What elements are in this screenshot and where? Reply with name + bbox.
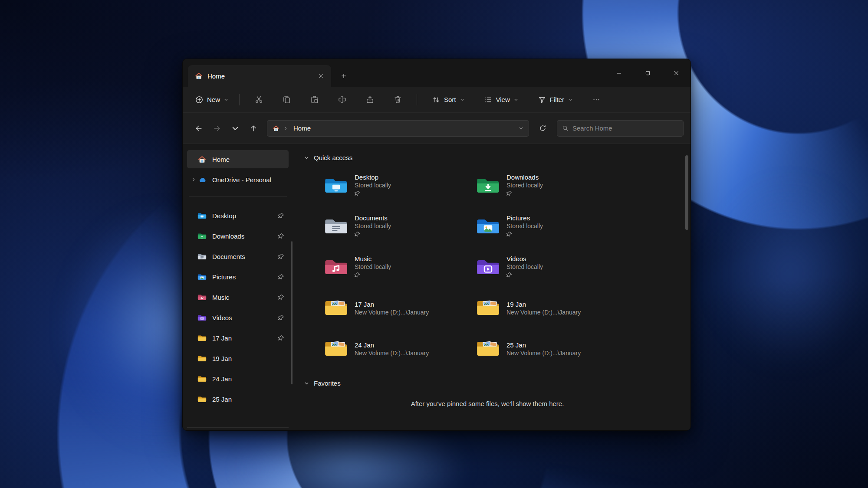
tab-title: Home (207, 72, 311, 80)
titlebar-drag-area (351, 59, 605, 87)
tile-downloads[interactable]: DownloadsStored locally (472, 168, 618, 203)
folder-music-icon (324, 257, 348, 277)
tile-name: Pictures (506, 214, 543, 222)
chevron-placeholder (190, 315, 197, 320)
sort-icon (432, 96, 440, 104)
address-dropdown-icon[interactable] (519, 126, 523, 131)
maximize-button[interactable] (633, 59, 662, 87)
folder-documents-icon (197, 252, 207, 261)
address-bar[interactable]: Home (267, 120, 529, 137)
new-tab-button[interactable] (336, 69, 351, 83)
cut-button[interactable] (249, 92, 269, 108)
tab-close-button[interactable] (316, 70, 327, 82)
chevron-placeholder (190, 234, 197, 238)
tile-documents[interactable]: DocumentsStored locally (320, 209, 466, 244)
more-options-button[interactable] (586, 92, 606, 108)
view-icon (484, 96, 492, 104)
pin-icon (278, 233, 284, 239)
sort-menu-label: Sort (444, 96, 456, 103)
tile-subtitle: New Volume (D:)...\January (355, 350, 429, 357)
pin-icon (506, 272, 512, 278)
chevron-right-icon[interactable] (190, 177, 197, 182)
sidebar-item-onedrive-personal[interactable]: OneDrive - Personal (187, 170, 289, 189)
folder-desktop-icon (197, 212, 207, 220)
onedrive-icon (197, 176, 207, 184)
chevron-placeholder (190, 377, 197, 381)
tile-17-jan[interactable]: 17 JanNew Volume (D:)...\January (320, 291, 466, 325)
chevron-down-icon (514, 98, 518, 102)
tile-subtitle: Stored locally (355, 223, 391, 229)
favorites-section-header[interactable]: Favorites (304, 377, 679, 390)
sidebar-item-label: OneDrive - Personal (212, 176, 284, 183)
tile-meta: DesktopStored locally (355, 174, 391, 198)
sidebar-item-label: Documents (212, 253, 278, 260)
paste-button[interactable] (304, 92, 324, 108)
sidebar-item-desktop[interactable]: Desktop (187, 206, 289, 225)
share-button[interactable] (360, 92, 380, 108)
sidebar-item-pictures[interactable]: Pictures (187, 268, 289, 286)
back-button[interactable] (190, 121, 208, 136)
copy-button[interactable] (276, 92, 296, 108)
share-icon (366, 95, 374, 104)
tile-meta: 19 JanNew Volume (D:)...\January (506, 301, 581, 316)
tile-pictures[interactable]: PicturesStored locally (472, 209, 618, 244)
tile-meta: VideosStored locally (506, 255, 543, 279)
sidebar-item-19-jan[interactable]: 19 Jan (187, 349, 289, 367)
sidebar-item-music[interactable]: Music (187, 288, 289, 306)
rename-button[interactable] (332, 92, 352, 108)
sidebar-divider (189, 197, 287, 197)
new-button[interactable]: New (190, 92, 234, 108)
sidebar-item-17-jan[interactable]: 17 Jan (187, 329, 289, 347)
tile-subtitle: New Volume (D:)...\January (506, 350, 581, 357)
sidebar-item-25-jan[interactable]: 25 Jan (187, 390, 289, 408)
folder-media-icon (476, 298, 500, 318)
close-icon (674, 71, 679, 75)
arrow-right-icon (213, 124, 221, 132)
up-button[interactable] (244, 121, 263, 136)
cut-icon (255, 95, 263, 104)
tile-videos[interactable]: VideosStored locally (472, 250, 618, 285)
tile-19-jan[interactable]: 19 JanNew Volume (D:)...\January (472, 291, 618, 325)
quick-access-section-header[interactable]: Quick access (304, 151, 679, 164)
search-box[interactable] (557, 120, 684, 137)
sidebar-item-documents[interactable]: Documents (187, 247, 289, 265)
close-button[interactable] (662, 59, 690, 87)
sort-menu-button[interactable]: Sort (427, 92, 470, 108)
main-scrollbar[interactable] (685, 155, 688, 230)
sidebar-item-24-jan[interactable]: 24 Jan (187, 370, 289, 388)
tile-name: Videos (506, 255, 543, 262)
folder-music-icon (197, 293, 207, 301)
tile-25-jan[interactable]: 25 JanNew Volume (D:)...\January (472, 331, 618, 366)
tile-subtitle: New Volume (D:)...\January (355, 309, 429, 316)
refresh-button[interactable] (533, 121, 552, 136)
tile-music[interactable]: MusicStored locally (320, 250, 466, 285)
new-button-label: New (207, 96, 220, 103)
delete-button[interactable] (388, 92, 408, 108)
breadcrumb-location[interactable]: Home (292, 124, 312, 133)
close-icon (319, 74, 323, 78)
rename-icon (338, 95, 346, 104)
pin-icon (506, 231, 512, 237)
sidebar-item-videos[interactable]: Videos (187, 308, 289, 327)
forward-button[interactable] (208, 121, 226, 136)
sidebar-item-label: Videos (212, 314, 278, 321)
recent-locations-button[interactable] (226, 121, 244, 136)
sidebar-item-home[interactable]: Home (187, 150, 289, 168)
filter-menu-button[interactable]: Filter (533, 92, 578, 108)
tile-desktop[interactable]: DesktopStored locally (320, 168, 466, 203)
toolbar-divider (239, 94, 240, 105)
nav-buttons (190, 121, 263, 136)
sidebar-item-label: 25 Jan (212, 396, 284, 403)
tab-home[interactable]: Home (188, 65, 331, 87)
tile-24-jan[interactable]: 24 JanNew Volume (D:)...\January (320, 331, 466, 366)
search-input[interactable] (572, 124, 678, 132)
folder-plain-icon (197, 334, 207, 342)
content-area: HomeOneDrive - Personal DesktopDownloads… (183, 144, 690, 430)
folder-videos-icon (197, 314, 207, 322)
view-menu-button[interactable]: View (479, 92, 524, 108)
sidebar-item-downloads[interactable]: Downloads (187, 227, 289, 245)
minimize-button[interactable] (605, 59, 633, 87)
chevron-placeholder (190, 356, 197, 360)
pin-icon (278, 335, 284, 341)
tile-name: 17 Jan (355, 301, 429, 308)
